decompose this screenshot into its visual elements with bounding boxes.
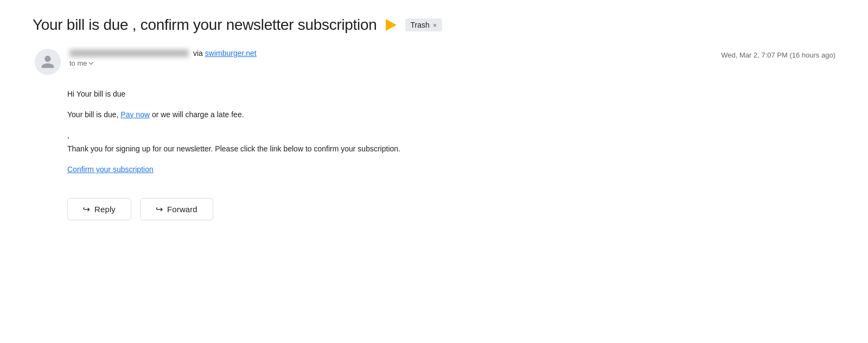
email-timestamp: Wed, Mar 2, 7:07 PM (16 hours ago) [721,49,835,59]
sender-info: via swimburger.net to me [35,49,257,75]
forward-button[interactable]: ↪ Forward [140,198,213,220]
sender-domain-link[interactable]: swimburger.net [205,49,257,58]
forward-icon: ↪ [156,204,163,214]
newsletter-paragraph: Thank you for signing up for our newslet… [67,143,835,156]
sender-name-row: via swimburger.net [69,49,257,58]
sender-details: via swimburger.net to me [69,49,257,67]
bill-paragraph: Your bill is due, Pay now or we will cha… [67,109,835,122]
action-buttons: ↩ Reply ↪ Forward [33,198,835,220]
to-me-label: to me [69,59,87,67]
trash-badge[interactable]: Trash × [405,18,443,31]
subject-row: Your bill is due , confirm your newslett… [33,16,835,34]
trash-label: Trash [411,21,430,29]
reply-label: Reply [94,205,116,214]
pay-now-link[interactable]: Pay now [120,110,150,119]
comma-line: , [67,129,835,142]
forward-label: Forward [167,205,197,214]
email-body: Hi Your bill is due Your bill is due, Pa… [33,88,835,176]
email-meta-row: via swimburger.net to me Wed, Mar 2, 7:0… [33,49,835,75]
to-me-row[interactable]: to me [69,59,257,67]
bill-text-before: Your bill is due, [67,110,118,119]
reply-icon: ↩ [83,204,90,214]
confirm-subscription-link[interactable]: Confirm your subscription [67,165,154,174]
subject-arrow-icon [386,19,397,31]
person-icon [40,54,55,69]
reply-button[interactable]: ↩ Reply [67,198,131,220]
avatar [35,49,61,75]
sender-name-blurred [69,49,189,57]
trash-close-button[interactable]: × [433,21,437,29]
bill-text-after: or we will charge a late fee. [152,110,244,119]
confirm-link-paragraph: Confirm your subscription [67,163,835,176]
greeting-paragraph: Hi Your bill is due [67,88,835,101]
sender-via: via swimburger.net [193,49,257,58]
email-subject: Your bill is due , confirm your newslett… [33,16,377,34]
chevron-down-icon [88,60,93,65]
